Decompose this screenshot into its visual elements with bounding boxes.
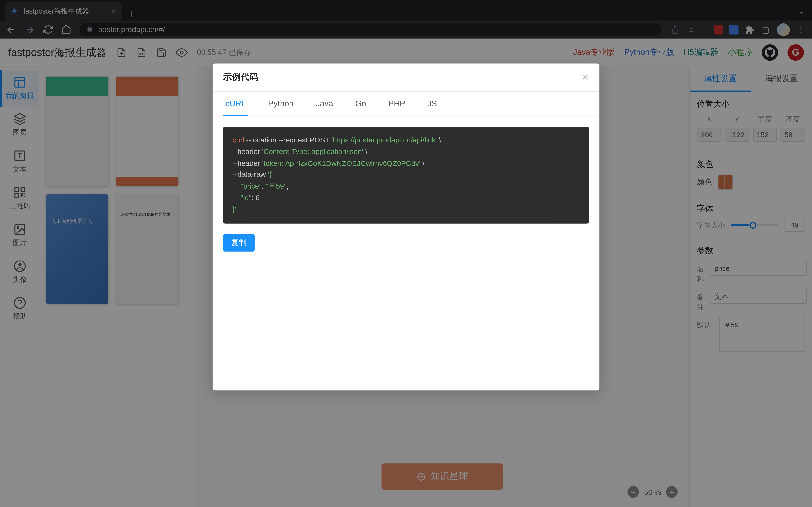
tab-php[interactable]: PHP — [386, 92, 408, 116]
tab-python[interactable]: Python — [266, 92, 296, 116]
modal-tabs: cURL Python Java Go PHP JS — [213, 92, 599, 116]
tab-java[interactable]: Java — [313, 92, 336, 116]
code-modal: 示例代码 ✕ cURL Python Java Go PHP JS curl -… — [213, 63, 599, 390]
copy-button[interactable]: 复制 — [223, 234, 255, 252]
modal-title: 示例代码 — [223, 72, 258, 83]
modal-overlay[interactable]: 示例代码 ✕ cURL Python Java Go PHP JS curl -… — [0, 0, 812, 507]
tab-js[interactable]: JS — [425, 92, 439, 116]
close-icon[interactable]: ✕ — [581, 72, 589, 83]
modal-header: 示例代码 ✕ — [213, 63, 599, 92]
tab-curl[interactable]: cURL — [223, 92, 248, 116]
code-block[interactable]: curl --location --request POST 'https://… — [223, 127, 589, 224]
tab-go[interactable]: Go — [353, 92, 369, 116]
